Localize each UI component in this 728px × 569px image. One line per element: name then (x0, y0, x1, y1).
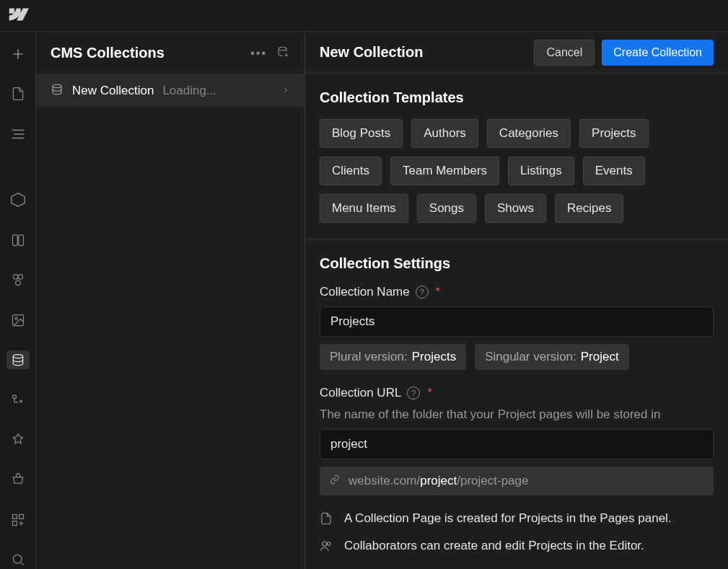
settings-title: Collection Settings (320, 255, 714, 272)
apps-icon[interactable] (6, 511, 30, 529)
pages-icon[interactable] (6, 84, 30, 102)
svg-rect-9 (12, 514, 17, 519)
templates-section: Collection Templates Blog PostsAuthorsCa… (305, 74, 728, 239)
svg-rect-1 (18, 234, 23, 245)
content-header: New Collection Cancel Create Collection (305, 32, 728, 74)
svg-point-3 (18, 275, 23, 280)
templates-title: Collection Templates (320, 89, 714, 106)
navigator-icon[interactable] (6, 125, 30, 143)
svg-point-12 (13, 555, 22, 564)
svg-rect-11 (12, 521, 17, 526)
cms-sidebar: CMS Collections ••• New Collection Loadi… (36, 32, 305, 569)
new-collection-icon[interactable] (277, 45, 290, 61)
collection-url-input[interactable] (320, 429, 714, 459)
page-icon (320, 512, 333, 525)
chevron-right-icon (281, 84, 290, 97)
svg-point-16 (328, 542, 331, 546)
add-icon[interactable] (6, 45, 30, 63)
collaborators-icon (320, 539, 333, 552)
webflow-logo-icon[interactable] (9, 8, 29, 24)
svg-point-7 (13, 355, 22, 358)
template-chip[interactable]: Authors (411, 119, 478, 148)
collection-name-label: Collection Name (320, 285, 410, 299)
sidebar-header: CMS Collections ••• (36, 32, 304, 75)
link-icon (330, 474, 340, 488)
style-icon[interactable] (6, 271, 30, 289)
collection-url-field: Collection URL ? * The name of the folde… (320, 386, 714, 495)
svg-rect-0 (12, 234, 17, 245)
tool-rail (0, 32, 36, 569)
topbar (0, 0, 728, 32)
template-chip[interactable]: Recipes (555, 194, 623, 223)
singular-version-pill[interactable]: Singular version: Project (475, 344, 629, 370)
create-collection-button[interactable]: Create Collection (602, 40, 714, 66)
settings-section: Collection Settings Collection Name ? * … (305, 239, 728, 569)
collection-url-description: The name of the folder that your Project… (320, 407, 714, 422)
components-icon[interactable] (6, 191, 30, 209)
template-chip[interactable]: Categories (487, 119, 571, 148)
info-page-row: A Collection Page is created for Project… (320, 511, 714, 526)
template-chip[interactable]: Clients (320, 156, 382, 185)
users-icon[interactable] (6, 431, 30, 449)
svg-rect-10 (19, 514, 23, 519)
cancel-button[interactable]: Cancel (534, 40, 595, 66)
template-chip[interactable]: Projects (579, 119, 648, 148)
svg-point-15 (323, 542, 327, 546)
page-title: New Collection (320, 44, 423, 61)
template-chip[interactable]: Events (583, 156, 645, 185)
database-icon (51, 83, 63, 99)
content-pane: New Collection Cancel Create Collection … (305, 32, 728, 569)
required-indicator: * (436, 286, 440, 299)
plural-version-pill[interactable]: Plural version: Projects (320, 344, 466, 370)
info-page-text: A Collection Page is created for Project… (344, 511, 672, 526)
template-chip[interactable]: Songs (417, 194, 476, 223)
template-chip[interactable]: Team Members (390, 156, 499, 185)
sidebar-title: CMS Collections (51, 45, 165, 61)
template-chip[interactable]: Blog Posts (320, 119, 403, 148)
help-icon[interactable]: ? (416, 286, 429, 299)
cms-icon[interactable] (6, 350, 30, 369)
required-indicator: * (427, 387, 431, 400)
svg-point-2 (13, 275, 18, 280)
collection-item-status: Loading... (162, 84, 216, 98)
collection-name-field: Collection Name ? * Plural version: Proj… (320, 285, 714, 370)
svg-point-14 (53, 84, 61, 88)
url-preview: website.com/project/project-page (320, 467, 714, 495)
collection-name-input[interactable] (320, 306, 714, 337)
info-collab-row: Collaborators can create and edit Projec… (320, 539, 714, 553)
svg-point-13 (279, 47, 286, 50)
svg-point-8 (12, 394, 16, 398)
template-chip[interactable]: Listings (508, 156, 574, 185)
info-collab-text: Collaborators can create and edit Projec… (344, 539, 644, 553)
assets-icon[interactable] (6, 311, 30, 329)
help-icon[interactable]: ? (407, 387, 420, 400)
collection-url-label: Collection URL (320, 386, 401, 400)
logic-icon[interactable] (6, 391, 30, 409)
svg-point-4 (15, 281, 20, 286)
variables-icon[interactable] (6, 231, 30, 249)
search-icon[interactable] (6, 551, 30, 569)
collection-list-item[interactable]: New Collection Loading... (36, 75, 304, 107)
ecommerce-icon[interactable] (6, 471, 30, 489)
template-chip[interactable]: Menu Items (320, 194, 408, 223)
more-icon[interactable]: ••• (250, 47, 267, 60)
svg-point-6 (14, 317, 17, 319)
template-chip[interactable]: Shows (485, 194, 546, 223)
collection-item-label: New Collection (72, 84, 154, 98)
